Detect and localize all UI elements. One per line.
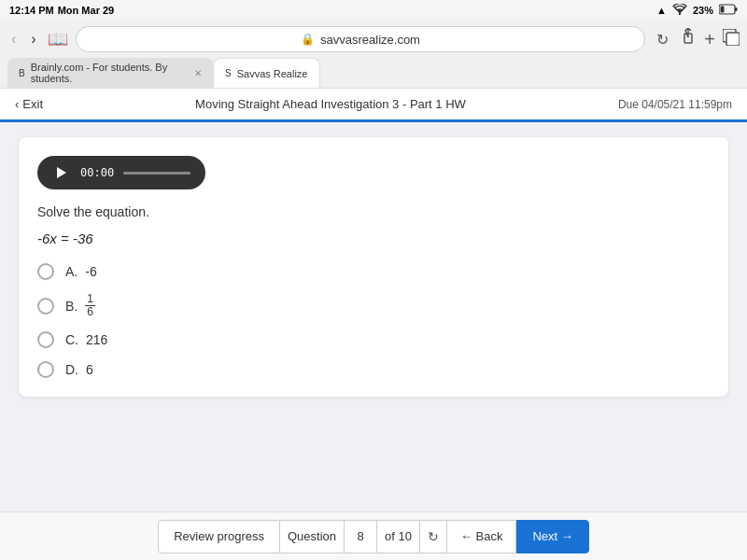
svg-rect-6: [726, 33, 740, 46]
date-display: Mon Mar 29: [58, 5, 115, 16]
audio-progress-bar: [123, 172, 190, 175]
status-bar: 12:14 PM Mon Mar 29 ▲ 23%: [0, 0, 747, 21]
total-questions: of 10: [377, 521, 419, 553]
time-display: 12:14 PM: [9, 5, 54, 16]
tab-savvas[interactable]: S Savvas Realize: [213, 58, 320, 88]
question-instruction: Solve the equation.: [37, 204, 710, 219]
choice-a-value: -6: [85, 264, 96, 279]
exit-button[interactable]: ‹ Exit: [15, 97, 43, 111]
due-date: Due 04/05/21 11:59pm: [618, 98, 732, 111]
add-tab-btn[interactable]: +: [704, 29, 715, 50]
address-bar[interactable]: 🔒 savvasrealize.com: [76, 26, 646, 52]
play-button[interactable]: [52, 163, 71, 182]
tab-brainly[interactable]: B Brainly.com - For students. By student…: [7, 58, 213, 88]
assignment-title: Moving Straight Ahead Investigation 3 - …: [195, 97, 466, 111]
choice-c[interactable]: C. 216: [37, 331, 710, 348]
svg-rect-3: [735, 7, 738, 11]
audio-player[interactable]: 00:00: [37, 156, 205, 189]
battery-icon: [719, 4, 738, 17]
main-content: 00:00 Solve the equation. -6x = -36 A. -…: [0, 122, 747, 511]
answer-choices: A. -6 B. 1 6 C.: [37, 263, 710, 378]
choice-c-label: C. 216: [65, 332, 107, 347]
radio-b[interactable]: [37, 298, 54, 315]
choice-b-letter: B.: [65, 299, 78, 314]
back-button[interactable]: ← Back: [447, 520, 517, 553]
question-navigation: Question of 10 ↻: [280, 520, 447, 553]
tabs-btn[interactable]: [723, 29, 740, 50]
fraction-numerator: 1: [85, 293, 95, 306]
question-label: Question: [280, 521, 344, 553]
savvas-favicon: S: [225, 68, 232, 78]
choice-d-label: D. 6: [65, 362, 93, 377]
browser-nav: ‹ › 📖 🔒 savvasrealize.com ↻ +: [7, 26, 740, 52]
forward-nav-btn[interactable]: ›: [27, 29, 39, 49]
choice-a[interactable]: A. -6: [37, 263, 710, 280]
next-button[interactable]: Next →: [516, 520, 588, 553]
brainly-tab-label: Brainly.com - For students. By students.: [31, 62, 185, 84]
choice-b-fraction: 1 6: [85, 293, 95, 318]
url-display: savvasrealize.com: [320, 33, 420, 47]
radio-d[interactable]: [37, 361, 54, 378]
bookmark-icon: 📖: [48, 29, 68, 49]
browser-chrome: ‹ › 📖 🔒 savvasrealize.com ↻ + B Brainly.…: [0, 21, 747, 89]
choice-b-label: B. 1 6: [65, 293, 95, 318]
svg-point-0: [679, 13, 681, 15]
fraction-denominator: 6: [85, 306, 95, 318]
review-progress-button[interactable]: Review progress: [158, 520, 280, 553]
choice-b[interactable]: B. 1 6: [37, 293, 710, 318]
lock-icon: 🔒: [301, 33, 315, 46]
choice-a-letter: A.: [65, 264, 78, 279]
exit-label: Exit: [22, 97, 43, 111]
app-header: ‹ Exit Moving Straight Ahead Investigati…: [0, 89, 747, 122]
savvas-tab-label: Savvas Realize: [237, 68, 308, 79]
back-nav-btn[interactable]: ‹: [7, 29, 20, 49]
equation-display: -6x = -36: [37, 231, 710, 246]
choice-d-letter: D.: [65, 362, 78, 377]
choice-c-letter: C.: [65, 332, 78, 347]
question-card: 00:00 Solve the equation. -6x = -36 A. -…: [19, 137, 728, 397]
footer-bar: Review progress Question of 10 ↻ ← Back …: [0, 511, 747, 560]
choice-c-value: 216: [86, 332, 107, 347]
audio-time: 00:00: [80, 166, 114, 179]
choice-a-label: A. -6: [65, 264, 97, 279]
share-btn[interactable]: [680, 28, 697, 51]
question-number-input[interactable]: [344, 521, 377, 553]
brainly-favicon: B: [19, 68, 25, 78]
svg-rect-2: [721, 7, 725, 13]
radio-a[interactable]: [37, 263, 54, 280]
choice-d[interactable]: D. 6: [37, 361, 710, 378]
exit-chevron: ‹: [15, 97, 19, 111]
reload-btn[interactable]: ↻: [653, 29, 672, 50]
radio-c[interactable]: [37, 331, 54, 348]
refresh-button[interactable]: ↻: [419, 521, 446, 553]
choice-d-value: 6: [86, 362, 93, 377]
brainly-tab-close[interactable]: ✕: [194, 68, 202, 78]
signal-icon: ▲: [656, 5, 667, 16]
browser-tabs: B Brainly.com - For students. By student…: [7, 58, 740, 88]
battery-display: 23%: [693, 5, 713, 16]
wifi-icon: [672, 4, 687, 17]
play-icon: [57, 167, 66, 178]
